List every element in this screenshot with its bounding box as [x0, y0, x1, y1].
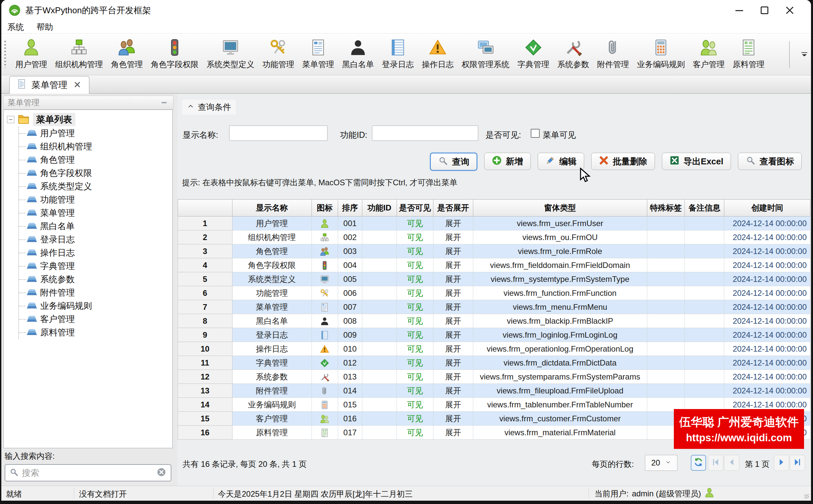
column-header[interactable]: 特殊标签 — [647, 200, 685, 216]
resize-grip[interactable] — [804, 494, 809, 499]
table-row[interactable]: 8黑白名单008可见展开views.frm_blackip.FrmBlackIP… — [178, 314, 810, 328]
edit-button[interactable]: 编辑 — [538, 153, 584, 170]
add-button[interactable]: 新增 — [484, 153, 531, 170]
cell-special-tag — [647, 244, 685, 258]
toolbar-item[interactable]: 角色管理 — [107, 36, 147, 73]
tree-item[interactable]: 操作日志 — [19, 246, 172, 259]
table-row[interactable]: 6功能管理006可见展开views.frm_function.FrmFuncti… — [178, 286, 810, 300]
toolbar-item[interactable]: 客户管理 — [689, 36, 729, 73]
table-row[interactable]: 1用户管理001可见展开views.frm_user.FrmUser2024-1… — [178, 216, 810, 230]
table-row[interactable]: 9登录日志009可见展开views.frm_loginlog.FrmLoginL… — [178, 328, 810, 342]
next-page-button[interactable] — [774, 455, 789, 471]
column-header[interactable]: 窗体类型 — [473, 200, 647, 216]
cell-special-tag — [647, 342, 685, 356]
column-header[interactable]: 功能ID — [362, 200, 397, 216]
toolbar-item[interactable]: 业务编码规则 — [633, 36, 689, 73]
toolbar-item[interactable]: 字典管理 — [513, 36, 553, 73]
panel-collapse-icon[interactable] — [159, 98, 169, 108]
tree-item[interactable]: 业务编码规则 — [19, 299, 172, 312]
table-row[interactable]: 2组织机构管理002可见展开views.frm_ou.FrmOU2024-12-… — [178, 230, 810, 244]
toolbar-item[interactable]: 操作日志 — [418, 36, 458, 73]
tree-item[interactable]: 客户管理 — [19, 312, 172, 326]
display-name-field[interactable] — [229, 126, 327, 141]
table-row[interactable]: 3角色管理003可见展开views.frm_role.FrmRole2024-1… — [178, 244, 810, 258]
tree-root-node[interactable]: − 菜单列表 — [7, 113, 172, 126]
tree-node-icon — [27, 220, 37, 232]
cell-visible: 可见 — [397, 328, 433, 342]
clear-search-icon[interactable] — [156, 467, 167, 479]
table-row[interactable]: 12系统参数013可见展开views.frm_systemparams.FrmS… — [178, 370, 810, 384]
column-header[interactable]: 排序 — [338, 200, 362, 216]
toolbar-item[interactable]: 用户管理 — [11, 36, 51, 73]
menu-help[interactable]: 帮助 — [37, 22, 53, 33]
search-input[interactable]: 搜索 — [5, 464, 171, 481]
refresh-button[interactable] — [691, 455, 706, 471]
tree-item[interactable]: 系统参数 — [19, 273, 172, 286]
rows-per-page-select[interactable]: 20 — [645, 455, 677, 471]
prev-page-button[interactable] — [724, 455, 739, 471]
column-header[interactable]: 备注信息 — [685, 200, 724, 216]
toolbar-item[interactable]: 原料管理 — [729, 36, 768, 73]
tree-item[interactable]: 附件管理 — [19, 286, 172, 299]
last-page-button[interactable] — [790, 455, 805, 471]
first-page-button[interactable] — [708, 455, 723, 471]
menu-visible-checkbox[interactable] — [531, 129, 540, 138]
table-row[interactable]: 4角色字段权限004可见展开views.frm_fielddomain.FrmF… — [178, 258, 810, 272]
tree-item[interactable]: 字典管理 — [19, 259, 172, 273]
toolbar-item[interactable]: 角色字段权限 — [147, 36, 203, 73]
view-icons-button[interactable]: 查看图标 — [738, 153, 802, 170]
batch-delete-button[interactable]: 批量删除 — [591, 153, 655, 170]
prev-page-icon — [727, 458, 736, 468]
toolbar-item[interactable]: 组织机构管理 — [51, 36, 107, 73]
tree-item[interactable]: 登录日志 — [19, 233, 172, 246]
table-row[interactable]: 7菜单管理007可见展开views.frm_menu.FrmMenu2024-1… — [178, 300, 810, 314]
function-id-field[interactable] — [372, 126, 478, 141]
export-excel-button[interactable]: 导出Excel — [662, 153, 731, 170]
column-header[interactable]: 是否可见 — [397, 200, 433, 216]
tree-expander-icon[interactable]: − — [7, 116, 14, 123]
tree-item[interactable]: 用户管理 — [19, 126, 172, 140]
menu-system[interactable]: 系统 — [7, 22, 24, 33]
table-row[interactable]: 13附件管理014可见展开views.frm_fileupload.FrmFil… — [178, 384, 810, 398]
tree-item[interactable]: 功能管理 — [19, 193, 172, 206]
cell-rownum: 16 — [178, 426, 232, 440]
column-header[interactable]: 显示名称 — [232, 200, 312, 216]
cell-rownum: 7 — [178, 300, 232, 314]
tree-item[interactable]: 系统类型定义 — [19, 180, 172, 193]
tab-close-icon[interactable]: ✕ — [72, 80, 82, 90]
search-button[interactable]: 查询 — [430, 153, 477, 171]
toolbar-item[interactable]: 登录日志 — [378, 36, 418, 73]
tree-item[interactable]: 黑白名单 — [19, 219, 172, 233]
toolbar-item[interactable]: 系统类型定义 — [203, 36, 258, 73]
table-row[interactable]: 11字典管理012可见展开views.frm_dictdata.FrmDictD… — [178, 356, 810, 370]
toolbar-item[interactable]: 系统参数 — [553, 36, 593, 73]
tab-menu-management[interactable]: 菜单管理 ✕ — [9, 76, 89, 94]
tree-node-icon — [27, 260, 37, 272]
table-row[interactable]: 10操作日志010可见展开views.frm_operationlog.FrmO… — [178, 342, 810, 356]
column-header[interactable]: 是否展开 — [433, 200, 473, 216]
rownum-header[interactable] — [178, 200, 232, 216]
close-button[interactable] — [777, 1, 802, 20]
toolbar-drag-handle[interactable] — [4, 41, 6, 68]
toolbar-item[interactable]: 权限管理系统 — [458, 36, 513, 73]
tree-item[interactable]: 组织机构管理 — [19, 140, 172, 153]
query-section-header[interactable]: 查询条件 — [182, 100, 236, 115]
cell-function-id — [362, 300, 397, 314]
tree-item[interactable]: 菜单管理 — [19, 206, 172, 219]
column-header[interactable]: 创建时间 — [724, 200, 810, 216]
toolbar-item[interactable]: 菜单管理 — [298, 36, 338, 73]
maximize-button[interactable] — [752, 1, 777, 20]
tree-item[interactable]: 角色管理 — [19, 153, 172, 166]
toolbar-overflow-button[interactable] — [798, 49, 811, 59]
panel-splitter[interactable] — [173, 94, 177, 486]
table-row[interactable]: 5系统类型定义005可见展开views.frm_systemtype.FrmSy… — [178, 272, 810, 286]
toolbar-separator — [789, 41, 790, 68]
column-header[interactable]: 图标 — [312, 200, 338, 216]
minimize-button[interactable] — [727, 1, 752, 20]
cell-rownum: 3 — [178, 244, 232, 258]
tree-item[interactable]: 角色字段权限 — [19, 166, 172, 180]
toolbar-item[interactable]: 黑白名单 — [338, 36, 378, 73]
toolbar-item[interactable]: 附件管理 — [593, 36, 633, 73]
tree-item[interactable]: 原料管理 — [19, 326, 172, 339]
toolbar-item[interactable]: 功能管理 — [258, 36, 298, 73]
